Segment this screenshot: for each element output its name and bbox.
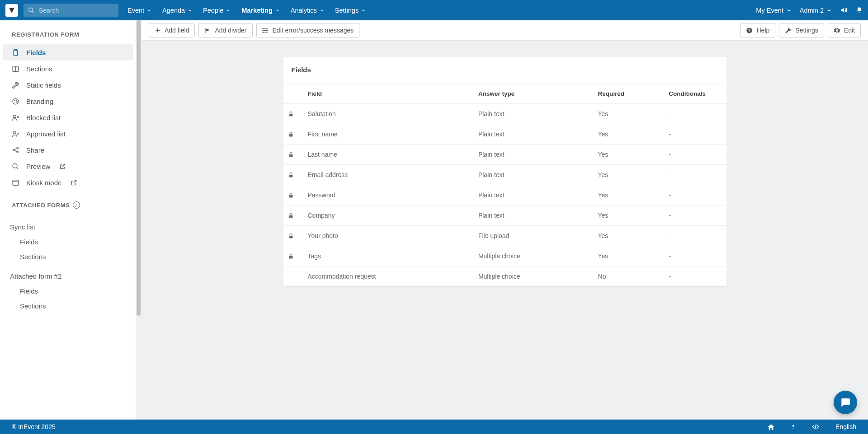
cell-field: Accommodation request (303, 266, 474, 287)
table-row[interactable]: Last namePlain textYes- (283, 145, 726, 165)
svg-point-7 (13, 98, 19, 104)
settings-button[interactable]: Settings (779, 23, 824, 37)
code-icon[interactable] (811, 423, 820, 430)
sidebar-item-branding[interactable]: Branding (3, 93, 133, 109)
table-row[interactable]: Your photoFile uploadYes- (283, 226, 726, 246)
sidebar-item-fields[interactable]: Fields (3, 44, 133, 61)
svg-text:?: ? (748, 28, 750, 33)
topnav-item-agenda[interactable]: Agenda (162, 7, 192, 14)
topnav-right: My Event Admin 2 (756, 6, 863, 14)
wrench-icon (785, 27, 792, 34)
topnav-item-label: Settings (335, 7, 359, 14)
search-wrap (24, 4, 118, 17)
scrollbar-thumb[interactable] (137, 20, 141, 316)
sidebar-item-kiosk-mode[interactable]: Kiosk mode (3, 174, 133, 191)
table-row[interactable]: TagsMultiple choiceYes- (283, 246, 726, 266)
chevron-down-icon (226, 8, 231, 13)
topnav-item-analytics[interactable]: Analytics (291, 7, 324, 14)
cell-field: Company (303, 205, 474, 226)
cell-field: Last name (303, 145, 474, 165)
svg-rect-41 (289, 256, 292, 258)
question-icon[interactable] (790, 423, 796, 431)
col-conditionals: Conditionals (664, 84, 726, 104)
sidebar-item-preview[interactable]: Preview (3, 158, 133, 174)
attached-form-subitem[interactable]: Fields (0, 284, 136, 299)
chat-fab[interactable] (834, 391, 857, 414)
bell-icon[interactable] (856, 6, 863, 14)
sidebar-item-approved-list[interactable]: Approved list (3, 126, 133, 142)
columns-icon (11, 65, 20, 73)
cell-conditionals: - (664, 266, 726, 287)
cell-answer-type: Plain text (474, 145, 594, 165)
attached-form-subitem[interactable]: Sections (0, 299, 136, 313)
user-selector[interactable]: Admin 2 (800, 7, 832, 14)
cell-field: Tags (303, 246, 474, 266)
topnav-item-people[interactable]: People (203, 7, 231, 14)
home-icon[interactable] (767, 423, 775, 431)
help-button[interactable]: ? Help (740, 23, 775, 37)
footer-icons (767, 423, 820, 431)
info-icon[interactable]: i (73, 201, 80, 209)
copyright-text: ® InEvent 2025 (12, 423, 56, 430)
attached-form-subitem[interactable]: Fields (0, 234, 136, 249)
cell-field: Salutation (303, 104, 474, 124)
sidebar-item-sections[interactable]: Sections (3, 61, 133, 77)
add-field-label: Add field (165, 27, 189, 34)
clipboard-icon (11, 49, 20, 56)
sidebar-item-blocked-list[interactable]: Blocked list (3, 109, 133, 126)
table-row[interactable]: Accommodation requestMultiple choiceNo- (283, 266, 726, 287)
lock-icon (288, 111, 299, 117)
search-input[interactable] (24, 4, 118, 17)
svg-point-31 (262, 32, 263, 33)
svg-marker-0 (9, 8, 14, 13)
cell-field: Your photo (303, 226, 474, 246)
sidebar-item-label: Blocked list (26, 114, 61, 121)
add-field-button[interactable]: Add field (149, 23, 195, 37)
table-row[interactable]: First namePlain textYes- (283, 124, 726, 145)
topnav-item-event[interactable]: Event (127, 7, 151, 14)
window-icon (11, 179, 20, 187)
search-icon (11, 163, 20, 170)
fields-card: Fields Field Answer type Required Condit… (283, 57, 726, 286)
cell-required: Yes (594, 226, 665, 246)
megaphone-icon[interactable] (840, 6, 848, 14)
edit-button[interactable]: Edit (828, 23, 861, 37)
sidebar-item-share[interactable]: Share (3, 142, 133, 158)
cell-required: No (594, 266, 665, 287)
add-divider-button[interactable]: Add divider (198, 23, 252, 37)
sidebar-scrollbar[interactable] (136, 20, 142, 420)
language-selector[interactable]: English (835, 423, 856, 430)
lock-cell (283, 205, 303, 226)
brand-logo[interactable] (5, 4, 18, 17)
lock-cell (283, 246, 303, 266)
col-required: Required (594, 84, 665, 104)
edit-messages-label: Edit error/success messages (273, 27, 354, 34)
event-selector[interactable]: My Event (756, 7, 791, 14)
svg-line-42 (815, 425, 816, 429)
topnav-item-label: Analytics (291, 7, 317, 14)
sidebar-item-static-fields[interactable]: Static fields (3, 77, 133, 93)
svg-line-20 (62, 164, 65, 167)
cell-answer-type: Multiple choice (474, 246, 594, 266)
svg-point-8 (14, 100, 15, 101)
sidebar-section-attached-forms: ATTACHED FORMS i (0, 191, 136, 215)
attached-form-subitem[interactable]: Sections (0, 249, 136, 264)
topnav-item-marketing[interactable]: Marketing (241, 7, 280, 14)
topnav-item-settings[interactable]: Settings (335, 7, 366, 14)
table-row[interactable]: SalutationPlain textYes- (283, 104, 726, 124)
user-check-icon (11, 130, 20, 138)
cell-required: Yes (594, 246, 665, 266)
edit-messages-button[interactable]: Edit error/success messages (256, 23, 360, 37)
cell-answer-type: Plain text (474, 185, 594, 205)
table-row[interactable]: Email addressPlain textYes- (283, 165, 726, 185)
card-title: Fields (283, 57, 726, 84)
attached-form-heading[interactable]: Sync list (0, 215, 136, 234)
table-row[interactable]: PasswordPlain textYes- (283, 185, 726, 205)
external-link-icon (71, 179, 77, 186)
cell-required: Yes (594, 124, 665, 145)
svg-point-1 (29, 8, 33, 12)
table-row[interactable]: CompanyPlain textYes- (283, 205, 726, 226)
attached-form-heading[interactable]: Attached form #2 (0, 264, 136, 284)
cell-answer-type: File upload (474, 226, 594, 246)
help-label: Help (756, 27, 769, 34)
